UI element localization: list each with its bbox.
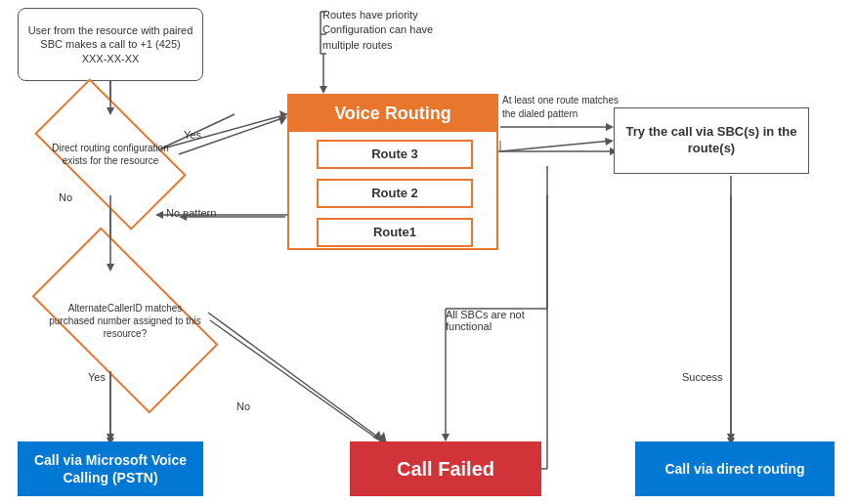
svg-marker-36 [605, 138, 614, 146]
route1-box: Route1 [317, 218, 473, 247]
call-failed-box: Call Failed [350, 441, 541, 496]
label-yes1: Yes [184, 129, 201, 141]
svg-marker-45 [107, 434, 114, 441]
label-yes2: Yes [88, 371, 106, 383]
label-no2: No [236, 400, 250, 412]
svg-line-35 [500, 141, 612, 151]
label-all-sbc: All SBCs are not functional [446, 309, 553, 332]
diamond-direct-routing: Direct routing configuration exists for … [42, 115, 179, 193]
svg-marker-3 [279, 110, 287, 118]
try-call-box: Try the call via SBC(s) in the route(s) [614, 107, 809, 174]
svg-marker-7 [155, 211, 163, 219]
svg-marker-30 [278, 116, 287, 125]
diamond-caller-id: AlternateCallerID matches purchased numb… [42, 272, 208, 369]
note-top: Routes have priority Configuration can h… [322, 8, 498, 53]
svg-line-14 [208, 313, 384, 441]
voice-routing-title: Voice Routing [289, 96, 496, 132]
svg-marker-39 [727, 434, 735, 441]
start-box: User from the resource with paired SBC m… [18, 8, 203, 81]
svg-marker-49 [606, 123, 614, 131]
call-direct-box: Call via direct routing [635, 441, 835, 496]
label-no1: No [59, 191, 72, 203]
route3-box: Route 3 [317, 140, 473, 169]
route2-box: Route 2 [317, 179, 473, 208]
svg-marker-43 [442, 434, 449, 441]
svg-line-46 [210, 320, 381, 441]
label-no-pattern: No pattern [166, 207, 216, 219]
label-success: Success [682, 371, 723, 383]
note-route-match: At least one route matches the dialed pa… [502, 94, 620, 121]
svg-marker-26 [320, 86, 327, 94]
call-pstn-box: Call via Microsoft Voice Calling (PSTN) [18, 441, 203, 496]
diagram: User from the resource with paired SBC m… [0, 0, 856, 504]
